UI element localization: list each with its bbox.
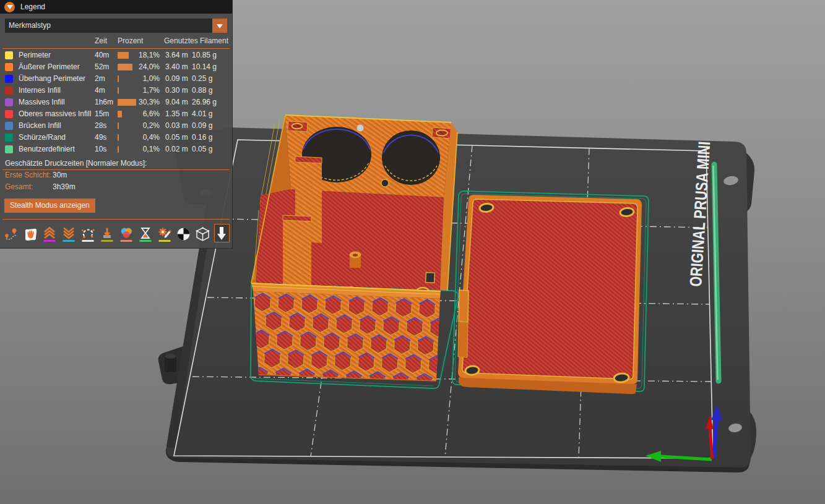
feature-color-swatch	[5, 98, 13, 106]
model-enclosure-box[interactable]	[251, 115, 457, 393]
color-changes-icon[interactable]	[118, 225, 134, 242]
col-header-time: Zeit	[95, 36, 107, 45]
table-row: Perimeter 40m 18,1% 3.64 m 10.85 g	[0, 49, 232, 61]
first-layer-time: Erste Schicht: 30m	[5, 171, 232, 182]
legend-table-header: Zeit Prozent Genutztes Filament	[0, 36, 232, 46]
feature-color-swatch	[5, 134, 13, 142]
table-row: Massives Infill 1h6m 30,3% 9.04 m 26.96 …	[0, 96, 232, 108]
shells-icon[interactable]	[195, 225, 210, 242]
legend-table: Perimeter 40m 18,1% 3.64 m 10.85 g Äußer…	[0, 49, 232, 155]
feature-color-swatch	[5, 110, 13, 118]
percent-bar	[118, 75, 119, 82]
percent-bar	[118, 87, 119, 94]
table-row: Überhang Perimeter 2m 1,0% 0.09 m 0.25 g	[0, 73, 232, 85]
divider	[2, 48, 230, 49]
retractions-icon[interactable]	[42, 225, 58, 242]
legend-panel: Legend Merkmalstyp Zeit Prozent Genutzte…	[0, 0, 233, 249]
percent-bar	[118, 111, 122, 117]
total-time: Gesamt: 3h39m	[5, 182, 232, 194]
pause-prints-icon[interactable]	[137, 225, 153, 242]
divider	[2, 219, 230, 220]
center-of-mass-icon[interactable]	[176, 225, 191, 242]
divider	[2, 169, 230, 170]
table-row: Brücken Infill 28s 0,2% 0.03 m 0.09 g	[0, 120, 232, 132]
dropdown-arrow-icon[interactable]	[212, 19, 227, 33]
feature-color-swatch	[5, 51, 13, 59]
percent-bar	[118, 52, 129, 59]
fan-hole	[382, 130, 440, 185]
travels-icon[interactable]	[4, 225, 19, 242]
custom-gcode-icon[interactable]	[157, 225, 172, 242]
table-row: Internes Infill 4m 1,7% 0.30 m 0.88 g	[0, 85, 232, 96]
feature-color-swatch	[5, 145, 13, 153]
seams-icon[interactable]	[80, 225, 96, 242]
table-row: Oberes massives Infill 15m 6,6% 1.35 m 4…	[0, 108, 232, 120]
legend-titlebar[interactable]: Legend	[0, 0, 232, 14]
table-row: Benutzerdefiniert 10s 0,1% 0.02 m 0.05 g	[0, 143, 232, 155]
feature-color-swatch	[5, 87, 13, 95]
tool-marker-icon[interactable]	[214, 224, 230, 242]
stealth-mode-button[interactable]: Stealth Modus anzeigen	[4, 199, 95, 213]
view-type-dropdown[interactable]: Merkmalstyp	[5, 19, 227, 33]
percent-bar	[118, 122, 119, 129]
col-header-filament: Genutztes Filament	[164, 36, 228, 45]
tool-changes-icon[interactable]	[100, 225, 115, 242]
feature-color-swatch	[5, 63, 13, 71]
feature-color-swatch	[5, 75, 13, 83]
table-row: Äußerer Perimeter 52m 24,0% 3.40 m 10.14…	[0, 61, 232, 73]
preview-options-toolbar	[0, 220, 232, 248]
table-row: Schürze/Rand 49s 0,4% 0.05 m 0.16 g	[0, 132, 232, 143]
estimated-times-heading: Geschätzte Druckzeiten [Normaler Modus]:	[0, 155, 232, 168]
col-header-percent: Prozent	[118, 36, 143, 45]
percent-bar	[118, 134, 119, 141]
deretractions-icon[interactable]	[61, 225, 77, 242]
feature-color-swatch	[5, 122, 13, 130]
wipe-icon[interactable]	[23, 225, 38, 242]
view-type-value: Merkmalstyp	[5, 19, 227, 33]
prusaslicer-preview-window: ORIGINAL PRUSA MINI	[0, 0, 825, 504]
model-lid-plate[interactable]	[458, 195, 642, 394]
percent-bar	[118, 146, 119, 153]
collapse-icon[interactable]	[4, 2, 15, 12]
legend-title: Legend	[20, 2, 45, 11]
